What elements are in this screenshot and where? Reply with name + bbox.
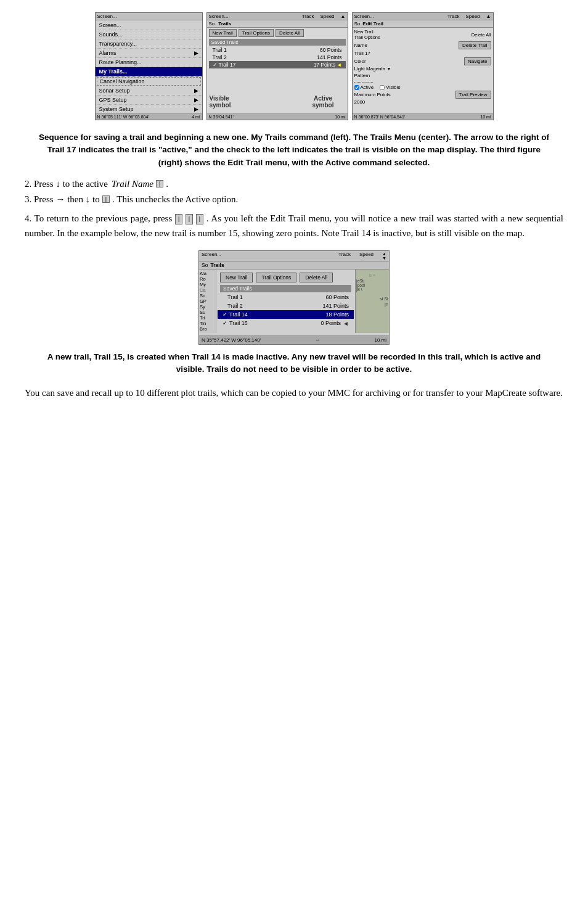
right-pattern-value: ................ xyxy=(354,79,491,83)
trail17-points: 17 Points xyxy=(314,62,335,68)
bottom-scale: 10 mi xyxy=(374,337,386,343)
bottom-screenshot-wrapper: Screen... Track Speed ▲ ▼ So Trails Ala … xyxy=(25,250,563,345)
active-check-input[interactable] xyxy=(354,85,359,90)
right-trail-name-value: Trail 17 xyxy=(354,51,491,56)
mid-speed-label: Speed xyxy=(320,14,334,19)
bottom-gp-label: GP xyxy=(200,298,215,304)
caption-text: A new trail, Trail 15, is created when T… xyxy=(37,351,551,376)
step-3-line: 3. Press → then ↓ to | . This unchecks t… xyxy=(25,194,563,205)
step2-cursor-indicator: | xyxy=(156,180,163,187)
menu-sounds[interactable]: Sounds... xyxy=(96,30,202,39)
trail2-points: 141 Points xyxy=(317,54,341,60)
menu-route-planning[interactable]: Route Planning... xyxy=(96,58,202,67)
right-maxpoints-value: 2000 xyxy=(354,99,491,105)
trail2-name: Trail 2 xyxy=(213,54,227,60)
menu-screen[interactable]: Screen... xyxy=(96,21,202,30)
bottom-trail-row-14[interactable]: ✓ Trail 14 18 Points xyxy=(218,310,354,319)
trail1-name: Trail 1 xyxy=(213,47,227,53)
right-scale: 10 mi xyxy=(480,115,491,119)
mid-screen-label: Screen... xyxy=(209,14,229,19)
bottom-trail-options-btn[interactable]: Trail Options xyxy=(256,273,296,282)
bottom-bro-label: Bro xyxy=(200,326,215,332)
bottom-delete-all-btn[interactable]: Delete All xyxy=(300,273,333,282)
right-delete-trail-btn[interactable]: Delete Trail xyxy=(459,41,491,49)
bottom-saved-trails-header: Saved Trails xyxy=(220,285,351,292)
right-color-value: Light Magenta ▼ xyxy=(354,66,491,72)
bottom-scroll-up[interactable]: ▲ xyxy=(382,252,386,256)
mid-scroll-up[interactable]: ▲ xyxy=(341,14,346,19)
trail14-check: ✓ xyxy=(223,311,227,318)
menu-sonar-setup[interactable]: Sonar Setup xyxy=(96,86,202,96)
mid-saved-trails-header: Saved Trails xyxy=(209,39,346,46)
mid-trail-row-1[interactable]: Trail 1 60 Points xyxy=(209,46,346,54)
menu-cancel-nav[interactable]: Cancel Navigation xyxy=(97,77,201,86)
right-visible-checkbox[interactable]: Visible xyxy=(380,84,400,90)
left-menu-bar: Screen... xyxy=(96,13,202,20)
bottom-trail-row-15[interactable]: ✓ Trail 15 0 Points ◄ xyxy=(218,319,354,328)
bottom-new-trail-btn[interactable]: New Trail xyxy=(220,273,253,282)
right-delete-all-label: Delete All xyxy=(472,32,491,38)
mid-trails-label: Trails xyxy=(218,21,231,27)
right-name-label: Name xyxy=(354,43,367,48)
step2-number: 2. Press ↓ to the active xyxy=(25,179,108,189)
menu-my-trails[interactable]: My Trails... xyxy=(96,67,202,76)
left-status-bar: N 36°05.111' W 96°03.804' 4 mi xyxy=(96,113,202,120)
right-pattern-label: Pattern xyxy=(354,73,491,78)
trail17-arrow: ◄ xyxy=(337,62,341,68)
right-trail-preview-btn[interactable]: Trail Preview xyxy=(455,91,491,99)
bottom-speed-label: Speed xyxy=(359,252,374,260)
active-symbol-label: Activesymbol xyxy=(312,95,333,109)
mid-so-label: So xyxy=(209,21,215,27)
trail17-name: Trail 17 xyxy=(219,62,236,68)
right-active-label: Active xyxy=(361,84,374,90)
screen-label: Screen... xyxy=(97,14,117,19)
mid-delete-all-btn[interactable]: Delete All xyxy=(276,29,304,37)
screenshot-middle: Screen... Track Speed ▲ So Trails New Tr… xyxy=(206,12,348,120)
bottom-tri-label: Tri xyxy=(200,315,215,321)
bottom-trail-row-2[interactable]: Trail 2 141 Points xyxy=(218,302,354,310)
mid-trail-row-17[interactable]: ✓ Trail 17 17 Points ◄ xyxy=(209,61,346,68)
mid-coords: N 36°04.541' xyxy=(209,115,234,119)
trail1-points: 60 Points xyxy=(320,47,341,53)
bottom-trail15-points: 0 Points xyxy=(321,320,341,326)
menu-gps-setup[interactable]: GPS Setup xyxy=(96,96,202,105)
bottom-trail-row-1[interactable]: Trail 1 60 Points xyxy=(218,293,354,302)
mid-new-trail-btn[interactable]: New Trail xyxy=(209,29,237,37)
bottom-trail2-points: 141 Points xyxy=(322,303,349,309)
bottom-so-side-label: So xyxy=(200,293,215,298)
right-navigate-btn[interactable]: Navigate xyxy=(464,57,491,65)
para4-btn3[interactable]: | xyxy=(196,214,203,224)
step2-trail-name: Trail Name xyxy=(112,179,153,189)
bottom-screen-label: Screen... xyxy=(202,252,221,260)
bottom-scroll-down[interactable]: ▼ xyxy=(382,256,386,260)
mid-trail-row-2[interactable]: Trail 2 141 Points xyxy=(209,54,346,61)
right-scroll-up[interactable]: ▲ xyxy=(486,14,491,19)
bottom-ca-label: Ca xyxy=(200,287,215,293)
instruction-text: Sequence for saving a trail and beginnin… xyxy=(37,131,551,169)
step3-pipe1: | xyxy=(102,195,110,203)
bottom-trail2-name: Trail 2 xyxy=(227,303,243,309)
left-scale: 4 mi xyxy=(192,115,200,119)
bottom-trail14-name: Trail 14 xyxy=(229,311,248,318)
step3-dot: . This unchecks the Active option. xyxy=(112,194,238,205)
screenshot-bottom: Screen... Track Speed ▲ ▼ So Trails Ala … xyxy=(198,250,390,345)
menu-alarms[interactable]: Alarms xyxy=(96,49,202,58)
right-active-checkbox[interactable]: Active xyxy=(354,84,374,90)
final-paragraph: You can save and recall up to 10 differe… xyxy=(25,385,563,400)
screenshot-left: Screen... Screen... Sounds... Transparen… xyxy=(95,12,203,120)
bottom-sy-label: Sy xyxy=(200,304,215,310)
right-track-label: Track xyxy=(447,14,460,19)
bottom-right-map-area: b ≡ |eSt||pool|E \ st St |T xyxy=(356,269,389,308)
para4-btn2[interactable]: | xyxy=(186,214,193,224)
para4-btn1[interactable]: | xyxy=(175,214,182,224)
mid-trail-options-btn[interactable]: Trail Options xyxy=(239,29,274,37)
step3-text: 3. Press → then ↓ to xyxy=(25,194,100,205)
right-screen-label: Screen... xyxy=(354,14,374,19)
bottom-trail1-points: 60 Points xyxy=(325,294,349,300)
mid-status-bar: N 36°04.541' 10 mi xyxy=(207,113,348,120)
menu-transparency[interactable]: Transparency... xyxy=(96,39,202,49)
bottom-trail1-name: Trail 1 xyxy=(227,294,243,300)
bottom-su-label: Su xyxy=(200,310,215,315)
menu-system-setup[interactable]: System Setup xyxy=(96,105,202,114)
visible-check-input[interactable] xyxy=(380,85,385,90)
